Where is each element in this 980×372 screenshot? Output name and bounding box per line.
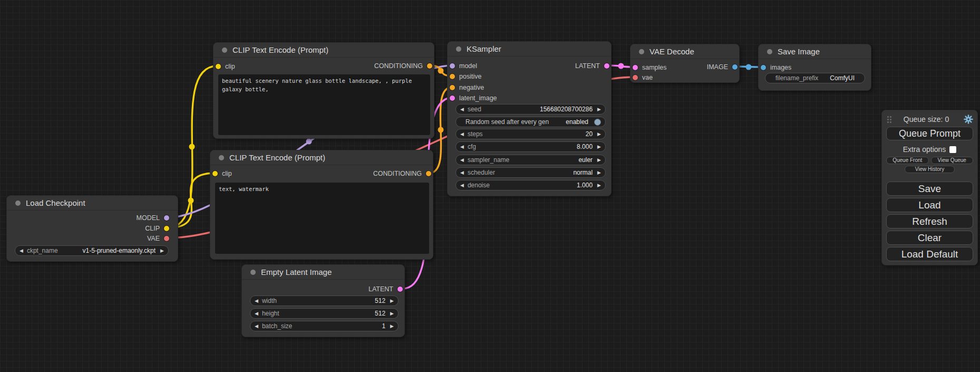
model-port-dot[interactable] [450, 63, 455, 69]
widget-seed[interactable]: ◀ seed 156680208700286 ▶ [455, 104, 606, 115]
left-arrow-icon[interactable]: ◀ [460, 170, 464, 175]
right-arrow-icon[interactable]: ▶ [160, 248, 164, 253]
widget-random-seed-toggle[interactable]: Random seed after every gen enabled [455, 117, 606, 127]
latent-port-dot[interactable] [633, 65, 638, 70]
queue-panel[interactable]: Queue size: 0 Queue Prompt Extra options… [881, 110, 978, 265]
right-arrow-icon[interactable]: ▶ [597, 183, 601, 188]
collapse-dot-icon[interactable] [15, 201, 21, 206]
link-midpoint-dot[interactable] [188, 198, 194, 204]
right-arrow-icon[interactable]: ▶ [390, 311, 394, 316]
collapse-dot-icon[interactable] [222, 47, 227, 53]
link-midpoint-dot[interactable] [618, 63, 624, 69]
image-port-dot[interactable] [761, 65, 766, 70]
collapse-dot-icon[interactable] [767, 49, 772, 54]
right-arrow-icon[interactable]: ▶ [597, 144, 601, 149]
input-port-latent-image[interactable]: latent_image [450, 94, 497, 102]
clip-port-dot[interactable] [164, 226, 169, 231]
link-midpoint-dot[interactable] [438, 68, 444, 74]
latent-port-dot[interactable] [450, 96, 455, 101]
input-port-images[interactable]: images [761, 63, 791, 72]
input-port-vae[interactable]: vae [633, 73, 653, 82]
link-midpoint-dot[interactable] [189, 144, 195, 150]
latent-port-dot[interactable] [397, 287, 403, 292]
save-button[interactable]: Save [886, 182, 973, 196]
node-clip-text-encode-negative[interactable]: CLIP Text Encode (Prompt) clip CONDITION… [210, 150, 433, 260]
collapse-dot-icon[interactable] [456, 46, 461, 52]
prompt-textarea[interactable]: text, watermark [215, 183, 429, 254]
widget-denoise[interactable]: ◀ denoise 1.000 ▶ [455, 180, 606, 190]
input-port-clip[interactable]: clip [212, 169, 232, 178]
extra-options-checkbox[interactable] [949, 146, 956, 153]
node-title-bar[interactable]: CLIP Text Encode (Prompt) [214, 43, 434, 58]
output-port-latent[interactable]: LATENT [368, 285, 403, 293]
link-midpoint-dot[interactable] [438, 127, 444, 133]
node-title-bar[interactable]: VAE Decode [630, 44, 739, 59]
widget-scheduler[interactable]: ◀ scheduler normal ▶ [455, 167, 606, 178]
conditioning-port-dot[interactable] [450, 74, 455, 79]
model-port-dot[interactable] [164, 215, 169, 221]
output-port-latent[interactable]: LATENT [575, 62, 609, 70]
input-port-model[interactable]: model [450, 62, 477, 70]
conditioning-port-dot[interactable] [450, 85, 455, 90]
widget-filename-prefix[interactable]: filename_prefix ComfyUI [765, 73, 865, 83]
vae-port-dot[interactable] [633, 75, 638, 80]
right-arrow-icon[interactable]: ▶ [597, 131, 601, 137]
right-arrow-icon[interactable]: ▶ [597, 170, 601, 175]
node-title-bar[interactable]: Save Image [759, 44, 871, 59]
right-arrow-icon[interactable]: ▶ [597, 157, 601, 163]
widget-steps[interactable]: ◀ steps 20 ▶ [455, 129, 606, 139]
node-empty-latent-image[interactable]: Empty Latent Image LATENT ◀ width 512 ▶ … [241, 264, 405, 337]
node-title-bar[interactable]: CLIP Text Encode (Prompt) [210, 150, 433, 165]
input-port-positive[interactable]: positive [450, 72, 481, 81]
clip-port-dot[interactable] [216, 64, 221, 69]
output-port-conditioning[interactable]: CONDITIONING [373, 169, 431, 178]
link-midpoint-dot[interactable] [306, 139, 312, 145]
queue-front-button[interactable]: Queue Front [886, 157, 929, 164]
node-save-image[interactable]: Save Image images filename_prefix ComfyU… [758, 44, 871, 91]
conditioning-port-dot[interactable] [426, 171, 431, 176]
load-default-button[interactable]: Load Default [886, 247, 973, 261]
latent-port-dot[interactable] [604, 63, 609, 69]
widget-ckpt-name[interactable]: ◀ ckpt_name v1-5-pruned-emaonly.ckpt ▶ [15, 245, 169, 256]
settings-gear-icon[interactable] [964, 115, 973, 124]
widget-cfg[interactable]: ◀ cfg 8.000 ▶ [455, 141, 606, 152]
queue-prompt-button[interactable]: Queue Prompt [886, 127, 973, 140]
node-title-bar[interactable]: Load Checkpoint [7, 196, 178, 211]
input-port-negative[interactable]: negative [450, 83, 484, 92]
widget-sampler-name[interactable]: ◀ sampler_name euler ▶ [455, 155, 606, 165]
collapse-dot-icon[interactable] [639, 49, 644, 54]
left-arrow-icon[interactable]: ◀ [460, 107, 464, 112]
right-arrow-icon[interactable]: ▶ [597, 107, 601, 112]
input-port-samples[interactable]: samples [633, 63, 667, 72]
output-port-conditioning[interactable]: CONDITIONING [374, 62, 432, 70]
node-title-bar[interactable]: Empty Latent Image [242, 265, 404, 280]
left-arrow-icon[interactable]: ◀ [20, 248, 23, 253]
left-arrow-icon[interactable]: ◀ [255, 311, 258, 316]
load-button[interactable]: Load [886, 198, 973, 212]
output-port-model[interactable]: MODEL [137, 214, 169, 222]
prompt-textarea[interactable]: beautiful scenery nature glass bottle la… [218, 74, 430, 135]
view-history-button[interactable]: View History [905, 166, 955, 173]
left-arrow-icon[interactable]: ◀ [255, 298, 258, 303]
left-arrow-icon[interactable]: ◀ [460, 144, 464, 149]
conditioning-port-dot[interactable] [427, 63, 432, 69]
node-vae-decode[interactable]: VAE Decode samples vae IMAGE [630, 44, 740, 83]
widget-width[interactable]: ◀ width 512 ▶ [250, 295, 399, 306]
clear-button[interactable]: Clear [886, 231, 973, 245]
left-arrow-icon[interactable]: ◀ [460, 131, 464, 137]
clip-port-dot[interactable] [212, 171, 218, 176]
output-port-clip[interactable]: CLIP [145, 224, 169, 233]
refresh-button[interactable]: Refresh [886, 214, 973, 228]
view-queue-button[interactable]: View Queue [931, 157, 974, 164]
left-arrow-icon[interactable]: ◀ [460, 183, 464, 188]
left-arrow-icon[interactable]: ◀ [255, 323, 258, 329]
toggle-circle-icon[interactable] [594, 119, 601, 126]
node-load-checkpoint[interactable]: Load Checkpoint MODEL CLIP VAE ◀ ckpt_na… [6, 195, 178, 262]
widget-batch-size[interactable]: ◀ batch_size 1 ▶ [250, 321, 399, 331]
input-port-clip[interactable]: clip [216, 62, 235, 71]
output-port-vae[interactable]: VAE [147, 234, 169, 243]
collapse-dot-icon[interactable] [219, 155, 224, 160]
vae-port-dot[interactable] [164, 236, 169, 241]
left-arrow-icon[interactable]: ◀ [460, 157, 464, 163]
node-clip-text-encode-positive[interactable]: CLIP Text Encode (Prompt) clip CONDITION… [213, 42, 434, 139]
